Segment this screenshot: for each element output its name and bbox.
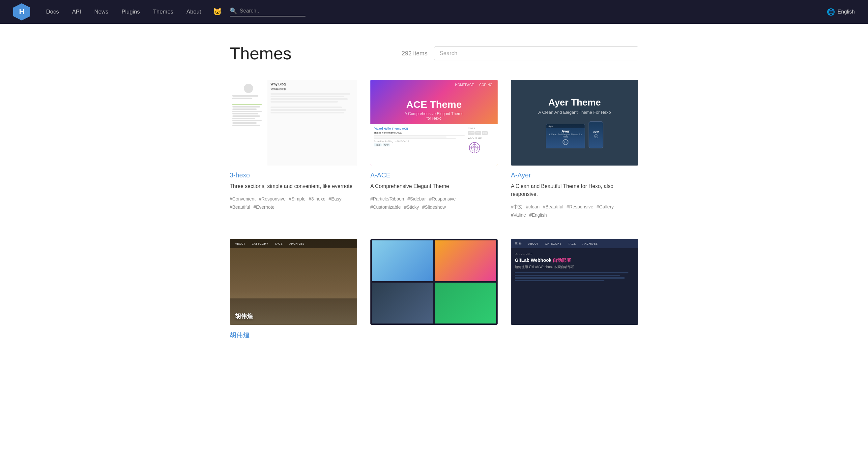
page-title: Themes <box>230 44 402 63</box>
globe-icon: 🌐 <box>827 8 835 16</box>
navbar: H Docs API News Plugins Themes About 🐱 🔍… <box>0 0 868 24</box>
nav-link-docs[interactable]: Docs <box>41 6 64 18</box>
theme-image-photos <box>370 239 498 325</box>
theme-desc-3hexo: Three sections, simple and convenient, l… <box>230 182 357 190</box>
theme-name-huihuang[interactable]: 胡伟煌 <box>230 331 357 340</box>
nav-link-about[interactable]: About <box>181 6 206 18</box>
language-selector[interactable]: 🌐 English <box>827 8 855 16</box>
theme-name-display-huihuang: 胡伟煌 <box>235 313 253 320</box>
theme-desc-aayer: A Clean and Beautiful Theme for Hexo, al… <box>511 182 638 198</box>
theme-image-gitlab: 三·桔 ABOUT CATEGORY TAGS ARCHIVES JUL 20,… <box>511 239 638 325</box>
theme-card-3hexo[interactable]: Why Blog 对博客的理解 3-hexo Three sections, s… <box>230 80 357 219</box>
themes-grid: Why Blog 对博客的理解 3-hexo Three sections, s… <box>230 80 638 343</box>
language-label: English <box>838 9 855 15</box>
nav-link-api[interactable]: API <box>67 6 86 18</box>
theme-name-aayer[interactable]: A-Ayer <box>511 171 638 179</box>
theme-image-3hexo: Why Blog 对博客的理解 <box>230 80 357 166</box>
theme-image-aace: HOMEPAGE CODING ACE Theme A Comprehensiv… <box>370 80 498 166</box>
nav-link-themes[interactable]: Themes <box>148 6 178 18</box>
nav-search: 🔍 <box>230 7 306 17</box>
theme-tags-3hexo: #Convenient #Responsive #Simple #3-hexo … <box>230 195 357 211</box>
themes-header: Themes 292 items <box>230 44 638 63</box>
theme-card-aace[interactable]: HOMEPAGE CODING ACE Theme A Comprehensiv… <box>370 80 498 219</box>
nav-search-input[interactable] <box>240 8 306 14</box>
theme-name-3hexo[interactable]: 3-hexo <box>230 171 357 179</box>
theme-desc-aace: A Comprehensive Elegant Theme <box>370 182 498 190</box>
theme-card-huihuang[interactable]: ABOUT CATEGORY TAGS ARCHIVES 胡伟煌 胡伟煌 <box>230 239 357 343</box>
themes-search-input[interactable] <box>440 50 633 57</box>
site-logo[interactable]: H <box>13 3 30 21</box>
themes-count: 292 items <box>402 50 427 57</box>
nav-link-plugins[interactable]: Plugins <box>116 6 145 18</box>
cat-icon[interactable]: 🐱 <box>209 5 226 19</box>
theme-image-huihuang: ABOUT CATEGORY TAGS ARCHIVES 胡伟煌 <box>230 239 357 325</box>
theme-tags-aace: #Particle/Ribbon #Sidebar #Responsive #C… <box>370 195 498 211</box>
theme-name-aace[interactable]: A-ACE <box>370 171 498 179</box>
nav-links: Docs API News Plugins Themes About 🐱 <box>41 5 226 19</box>
search-icon: 🔍 <box>230 7 237 15</box>
theme-card-photos[interactable] <box>370 239 498 343</box>
theme-card-aayer[interactable]: Ayer Theme A Clean And Elegant Theme For… <box>511 80 638 219</box>
themes-search-wrap <box>434 47 638 60</box>
theme-image-aayer: Ayer Theme A Clean And Elegant Theme For… <box>511 80 638 166</box>
theme-card-gitlab[interactable]: 三·桔 ABOUT CATEGORY TAGS ARCHIVES JUL 20,… <box>511 239 638 343</box>
theme-tags-aayer: #中文 #clean #Beautiful #Responsive #Galle… <box>511 203 638 219</box>
page-content: Themes 292 items <box>203 24 665 369</box>
nav-link-news[interactable]: News <box>89 6 114 18</box>
